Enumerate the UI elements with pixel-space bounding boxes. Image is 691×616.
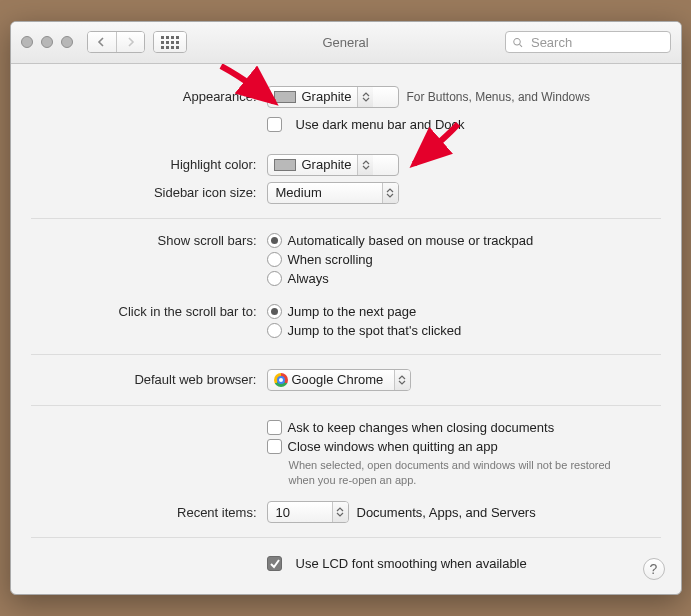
window-controls	[21, 36, 73, 48]
search-input[interactable]	[529, 34, 664, 51]
lcd-smoothing-checkbox[interactable]	[267, 556, 282, 571]
recent-items-note: Documents, Apps, and Servers	[357, 505, 536, 520]
scrollbars-radio-always[interactable]	[267, 271, 282, 286]
scrollbar-click-radio-page[interactable]	[267, 304, 282, 319]
scrollbar-click-radio-spot[interactable]	[267, 323, 282, 338]
recent-items-value: 10	[274, 505, 296, 520]
sidebar-size-label: Sidebar icon size:	[31, 185, 267, 200]
ask-changes-label: Ask to keep changes when closing documen…	[288, 420, 555, 435]
chevron-updown-icon	[394, 370, 410, 390]
recent-items-select[interactable]: 10	[267, 501, 349, 523]
highlight-value: Graphite	[302, 157, 358, 172]
chevron-updown-icon	[357, 87, 373, 107]
default-browser-value: Google Chrome	[292, 372, 390, 387]
grid-icon	[161, 36, 179, 49]
sidebar-size-select[interactable]: Medium	[267, 182, 399, 204]
forward-button[interactable]	[116, 32, 144, 52]
scrollbar-click-option: Jump to the spot that's clicked	[288, 323, 462, 338]
nav-back-forward	[87, 31, 145, 53]
preferences-window: General Appearance: Graphite	[10, 21, 682, 596]
scrollbars-radio-auto[interactable]	[267, 233, 282, 248]
svg-point-0	[513, 38, 519, 44]
chevron-updown-icon	[332, 502, 348, 522]
default-browser-label: Default web browser:	[31, 372, 267, 387]
minimize-window-button[interactable]	[41, 36, 53, 48]
scrollbar-click-option: Jump to the next page	[288, 304, 417, 319]
default-browser-select[interactable]: Google Chrome	[267, 369, 411, 391]
show-all-button[interactable]	[153, 31, 187, 53]
separator	[31, 354, 661, 355]
close-windows-checkbox[interactable]	[267, 439, 282, 454]
separator	[31, 537, 661, 538]
chevron-updown-icon	[357, 155, 373, 175]
highlight-swatch	[274, 159, 296, 171]
highlight-select[interactable]: Graphite	[267, 154, 399, 176]
help-button[interactable]: ?	[643, 558, 665, 580]
separator	[31, 218, 661, 219]
search-icon	[512, 36, 523, 49]
search-field[interactable]	[505, 31, 671, 53]
scrollbar-click-label: Click in the scroll bar to:	[31, 302, 267, 319]
scrollbars-option: Automatically based on mouse or trackpad	[288, 233, 534, 248]
dark-menu-label: Use dark menu bar and Dock	[296, 117, 465, 132]
chrome-icon	[274, 373, 288, 387]
chevron-updown-icon	[382, 183, 398, 203]
scrollbars-radio-scrolling[interactable]	[267, 252, 282, 267]
appearance-swatch	[274, 91, 296, 103]
appearance-select[interactable]: Graphite	[267, 86, 399, 108]
scrollbars-option: Always	[288, 271, 329, 286]
recent-items-label: Recent items:	[31, 505, 267, 520]
appearance-note: For Buttons, Menus, and Windows	[407, 90, 590, 104]
close-windows-hint: When selected, open documents and window…	[289, 458, 629, 488]
lcd-smoothing-label: Use LCD font smoothing when available	[296, 556, 527, 571]
close-windows-label: Close windows when quitting an app	[288, 439, 498, 454]
highlight-label: Highlight color:	[31, 157, 267, 172]
scrollbars-option: When scrolling	[288, 252, 373, 267]
svg-line-1	[519, 44, 522, 47]
zoom-window-button[interactable]	[61, 36, 73, 48]
pane-body: Appearance: Graphite For Buttons, Menus,…	[11, 64, 681, 595]
close-window-button[interactable]	[21, 36, 33, 48]
scrollbars-label: Show scroll bars:	[31, 231, 267, 248]
back-button[interactable]	[88, 32, 116, 52]
separator	[31, 405, 661, 406]
ask-changes-checkbox[interactable]	[267, 420, 282, 435]
titlebar: General	[11, 22, 681, 64]
appearance-label: Appearance:	[31, 89, 267, 104]
sidebar-size-value: Medium	[274, 185, 328, 200]
appearance-value: Graphite	[302, 89, 358, 104]
dark-menu-checkbox[interactable]	[267, 117, 282, 132]
